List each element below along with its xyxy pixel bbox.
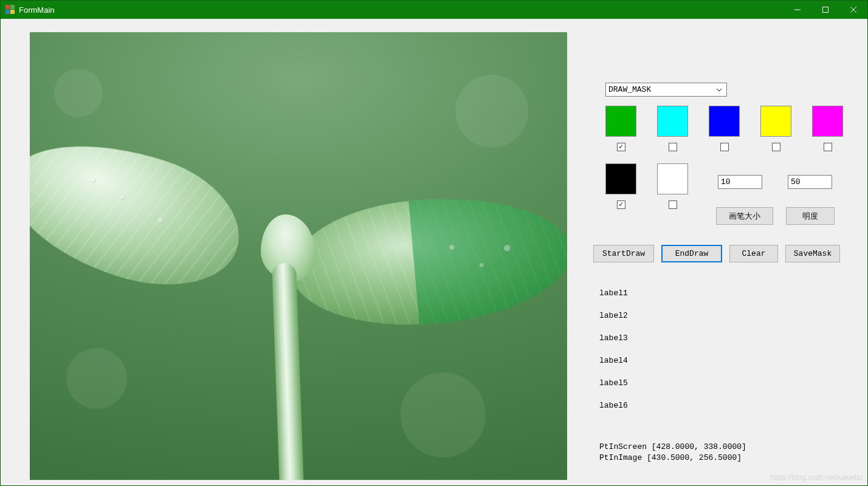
titlebar[interactable]: FormMain [1, 1, 867, 19]
brightness-button[interactable]: 明度 [786, 207, 835, 225]
label-4: label4 [599, 356, 628, 365]
clear-button[interactable]: Clear [729, 245, 778, 262]
color-swatch-white[interactable] [657, 163, 688, 194]
app-window: FormMain [0, 0, 868, 486]
status-pt-image: PtInImage [430.5000, 256.5000] [599, 453, 742, 462]
label-2: label2 [599, 311, 628, 320]
close-button[interactable] [839, 1, 867, 19]
end-draw-button[interactable]: EndDraw [661, 245, 722, 262]
color-checkbox-blue[interactable] [720, 143, 729, 151]
brush-size-input[interactable] [718, 175, 762, 189]
minimize-button[interactable] [784, 1, 811, 19]
start-draw-button[interactable]: StartDraw [593, 245, 654, 262]
color-swatch-yellow[interactable] [760, 106, 791, 137]
label-3: label3 [599, 334, 628, 343]
color-checkbox-cyan[interactable] [669, 143, 677, 151]
control-panel: DRAW_MASK [593, 19, 861, 481]
svg-rect-5 [823, 7, 828, 13]
maximize-button[interactable] [811, 1, 839, 19]
svg-rect-3 [10, 10, 15, 14]
label-6: label6 [599, 401, 628, 410]
mode-combobox-value: DRAW_MASK [608, 85, 714, 94]
svg-rect-1 [10, 5, 15, 9]
save-mask-button[interactable]: SaveMask [785, 245, 840, 262]
color-swatch-cyan[interactable] [657, 106, 688, 137]
window-title: FormMain [19, 5, 55, 15]
color-swatch-blue[interactable] [709, 106, 740, 137]
chevron-down-icon [714, 88, 724, 92]
color-swatch-green[interactable] [605, 106, 636, 137]
svg-rect-2 [5, 10, 10, 14]
client-area: DRAW_MASK [1, 19, 867, 485]
label-1: label1 [599, 289, 628, 298]
picture-box[interactable] [30, 32, 567, 480]
mode-combobox[interactable]: DRAW_MASK [605, 83, 727, 97]
color-checkbox-magenta[interactable] [824, 143, 832, 151]
color-checkbox-yellow[interactable] [772, 143, 780, 151]
svg-rect-0 [5, 5, 10, 9]
color-swatch-black[interactable] [605, 163, 636, 194]
color-checkbox-white[interactable] [669, 200, 677, 209]
brightness-input[interactable] [788, 175, 832, 189]
status-pt-screen: PtInScreen [428.0000, 338.0000] [599, 442, 746, 451]
app-icon [5, 5, 15, 15]
color-checkbox-green[interactable] [617, 143, 625, 151]
watermark: https://blog.csdn.net/kakiebu [770, 473, 863, 482]
color-swatch-magenta[interactable] [812, 106, 843, 137]
brush-size-button[interactable]: 画笔大小 [716, 207, 773, 225]
color-checkbox-black[interactable] [617, 200, 625, 209]
label-5: label5 [599, 378, 628, 388]
